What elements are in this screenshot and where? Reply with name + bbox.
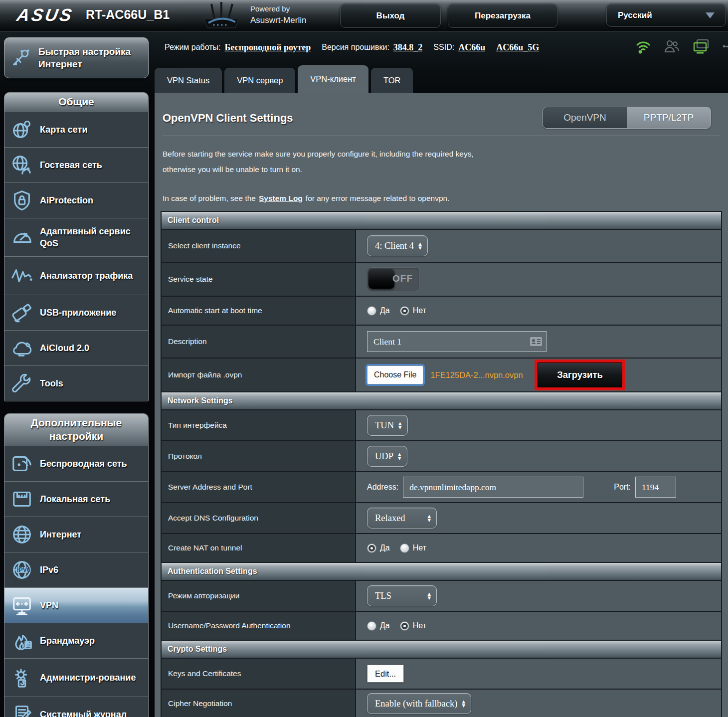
radio-no-label: Нет xyxy=(413,543,426,552)
sidebar-item-label: Интернет xyxy=(40,529,81,540)
main-content: OpenVPN Client Settings OpenVPN PPTP/L2T… xyxy=(155,93,728,717)
service-state-toggle[interactable]: OFF xyxy=(367,267,420,291)
sidebar-item-tools[interactable]: Tools xyxy=(4,365,148,401)
sidebar-item-traffic-analyzer[interactable]: Анализатор трафика xyxy=(4,256,148,295)
edit-keys-button[interactable]: Edit... xyxy=(367,665,404,683)
sidebar-item-administration[interactable]: Администри-рование xyxy=(4,658,148,697)
operation-mode-label: Режим работы: xyxy=(165,43,221,52)
sidebar-item-label: Администри-рование xyxy=(40,672,136,684)
ssid-label: SSID: xyxy=(433,43,454,52)
tab-tor[interactable]: TOR xyxy=(371,68,413,93)
service-state-label: Service state xyxy=(162,263,356,296)
firmware-version-link[interactable]: 384.8_2 xyxy=(393,42,423,53)
clients-icon[interactable] xyxy=(663,39,680,54)
table-row: Create NAT on tunnel Да Нет xyxy=(162,533,721,562)
selected-file-name: 1FE125DA-2...nvpn.ovpn xyxy=(430,370,523,380)
sidebar-item-network-map[interactable]: Карта сети xyxy=(4,112,148,147)
table-row: Username/Password Authentication Да Нет xyxy=(162,611,721,640)
updown-arrows-icon: ▲▼ xyxy=(418,242,422,250)
sidebar-item-usb-application[interactable]: USB-приложение xyxy=(4,295,148,330)
openvpn-toggle-button[interactable]: OpenVPN xyxy=(543,107,627,128)
userpass-auth-label: Username/Password Authentication xyxy=(162,612,356,640)
tab-vpn-client[interactable]: VPN-клиент xyxy=(298,65,368,93)
nat-yes-radio[interactable] xyxy=(367,543,376,553)
qos-gauge-icon xyxy=(10,226,33,249)
table-row: Description xyxy=(162,325,721,358)
description-input[interactable] xyxy=(367,331,546,352)
title-divider xyxy=(163,136,720,136)
radio-no-label: Нет xyxy=(413,621,426,630)
autostart-yes-radio[interactable] xyxy=(367,306,376,316)
userpass-yes-radio[interactable] xyxy=(367,621,376,631)
protocol-select[interactable]: UDP ▲▼ xyxy=(367,446,407,467)
system-log-icon xyxy=(10,703,33,717)
sidebar-item-lan[interactable]: Локальная сеть xyxy=(4,481,148,517)
page-title: OpenVPN Client Settings xyxy=(163,112,293,125)
highlight-annotation: Загрузить xyxy=(535,359,625,390)
sidebar-item-aiprotection[interactable]: AiProtection xyxy=(4,182,148,218)
shield-lock-icon xyxy=(10,189,33,212)
powered-by-label: Powered by xyxy=(250,3,306,14)
sidebar-item-label: USB-приложение xyxy=(40,307,116,319)
status-icons xyxy=(635,39,728,54)
client-instance-select[interactable]: 4: Client 4 ▲▼ xyxy=(367,235,428,256)
radio-no-label: Нет xyxy=(413,306,426,315)
sidebar-item-qos[interactable]: Адаптивный сервис QoS xyxy=(4,218,148,256)
tab-vpn-server[interactable]: VPN сервер xyxy=(224,68,295,93)
usb-status-icon[interactable] xyxy=(722,39,728,53)
system-log-link[interactable]: System Log xyxy=(259,194,303,202)
nat-no-radio[interactable] xyxy=(400,543,409,553)
sidebar-item-firewall[interactable]: Брандмауэр xyxy=(4,623,148,658)
svg-text:IPV6: IPV6 xyxy=(17,566,30,573)
sidebar-item-label: Локальная сеть xyxy=(40,493,110,505)
port-label: Port: xyxy=(614,483,631,492)
sidebar-item-label: Анализатор трафика xyxy=(40,270,133,282)
sidebar-item-system-log[interactable]: Системный журнал xyxy=(4,697,148,717)
cipher-negotiation-select[interactable]: Enable (with fallback) ▲▼ xyxy=(367,693,471,714)
wifi-status-icon[interactable] xyxy=(635,39,651,54)
accept-dns-select[interactable]: Relaxed ▲▼ xyxy=(367,508,437,529)
network-devices-icon[interactable] xyxy=(692,39,710,54)
language-select[interactable]: Русский xyxy=(606,3,726,27)
autostart-no-radio[interactable] xyxy=(400,306,409,316)
upload-button[interactable]: Загрузить xyxy=(538,362,622,387)
toggle-knob xyxy=(368,269,394,289)
autostart-label: Automatic start at boot time xyxy=(162,297,356,325)
choose-file-button[interactable]: Choose File xyxy=(367,365,423,384)
sidebar-item-label: Tools xyxy=(40,377,63,389)
toggle-off-label: OFF xyxy=(392,268,413,290)
contact-card-icon[interactable] xyxy=(530,337,543,347)
tab-vpn-status[interactable]: VPN Status xyxy=(155,68,222,93)
updown-arrows-icon: ▲▼ xyxy=(462,700,465,708)
logout-button[interactable]: Выход xyxy=(340,3,441,28)
guest-network-icon xyxy=(10,154,33,177)
auth-mode-select[interactable]: TLS ▲▼ xyxy=(367,585,437,606)
reboot-button[interactable]: Перезагрузка xyxy=(448,3,557,28)
table-row: Keys and Certificates Edit... xyxy=(162,658,721,689)
operation-mode-link[interactable]: Беспроводной роутер xyxy=(225,42,311,53)
radio-yes-label: Да xyxy=(380,543,390,552)
sidebar-item-internet[interactable]: Интернет xyxy=(4,517,148,552)
sidebar-item-vpn[interactable]: VPN xyxy=(4,587,148,623)
globe-icon xyxy=(10,523,33,546)
sidebar-item-aicloud[interactable]: AiCloud 2.0 xyxy=(4,330,148,365)
sidebar-item-guest-network[interactable]: Гостевая сеть xyxy=(4,147,148,182)
sidebar-item-ipv6[interactable]: IPV6 IPv6 xyxy=(4,552,148,587)
sidebar-item-label: AiCloud 2.0 xyxy=(40,342,89,354)
advanced-menu: Дополнительные настройки Беспроводная се… xyxy=(4,413,149,717)
sidebar-item-label: IPv6 xyxy=(40,564,58,576)
interface-type-select[interactable]: TUN ▲▼ xyxy=(367,415,408,436)
ssid-24ghz-link[interactable]: AC66u xyxy=(458,42,485,53)
ssid-5ghz-link[interactable]: AC66u_5G xyxy=(496,42,539,53)
table-row: Automatic start at boot time Да Нет xyxy=(162,296,721,325)
server-port-input[interactable] xyxy=(635,477,676,498)
protocol-label: Протокол xyxy=(162,441,356,471)
quick-internet-setup-button[interactable]: Быстрая настройка Интернет xyxy=(4,37,149,78)
server-address-input[interactable] xyxy=(403,477,583,498)
radio-yes-label: Да xyxy=(380,621,390,630)
pptp-l2tp-toggle-button[interactable]: PPTP/L2TP xyxy=(627,107,711,128)
userpass-no-radio[interactable] xyxy=(400,621,409,631)
interface-type-label: Тип интерфейса xyxy=(162,410,356,440)
sidebar-item-wireless[interactable]: Беспроводная сеть xyxy=(4,446,148,481)
vpn-type-toggle: OpenVPN PPTP/L2TP xyxy=(543,107,711,129)
